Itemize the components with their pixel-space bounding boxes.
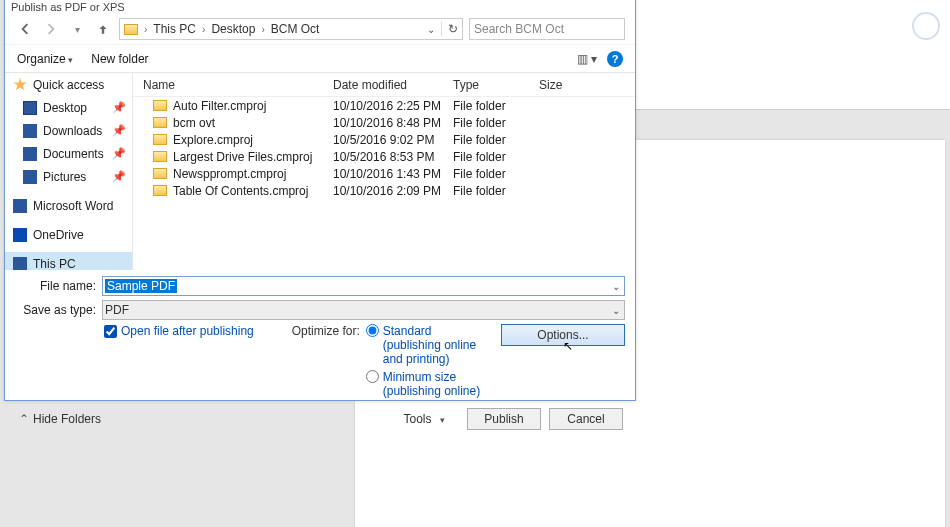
col-name[interactable]: Name (133, 78, 333, 92)
organize-menu[interactable]: Organize (17, 52, 73, 66)
list-header[interactable]: Name Date modified Type Size (133, 73, 635, 97)
collapse-icon[interactable]: ⌃ (19, 412, 29, 426)
crumb-desktop[interactable]: Desktop (211, 22, 255, 36)
back-button[interactable] (15, 19, 35, 39)
doc-icon (23, 147, 37, 161)
list-item[interactable]: bcm ovt10/10/2016 8:48 PMFile folder (133, 114, 635, 131)
tree-item-microsoft-word[interactable]: Microsoft Word (5, 194, 132, 217)
file-name-value: Sample PDF (105, 279, 177, 293)
breadcrumb[interactable]: › This PC › Desktop › BCM Oct ⌄ ↻ (119, 18, 463, 40)
recent-dropdown-icon[interactable]: ▾ (67, 19, 87, 39)
decorative-circle (912, 12, 940, 40)
optimize-minimum[interactable]: Minimum size (publishing online) (366, 370, 493, 398)
pin-icon: 📌 (112, 147, 126, 160)
tree-item-desktop[interactable]: Desktop📌 (5, 96, 132, 119)
folder-icon (153, 100, 167, 111)
pic-icon (23, 170, 37, 184)
up-button[interactable] (93, 19, 113, 39)
tree-item-documents[interactable]: Documents📌 (5, 142, 132, 165)
crumb-thispc[interactable]: This PC (153, 22, 196, 36)
save-dialog: Publish as PDF or XPS ▾ › This PC › Desk… (4, 0, 636, 401)
list-item[interactable]: Auto Filter.cmproj10/10/2016 2:25 PMFile… (133, 97, 635, 114)
list-item[interactable]: Explore.cmproj10/5/2016 9:02 PMFile fold… (133, 131, 635, 148)
pin-icon: 📌 (112, 101, 126, 114)
od-icon (13, 228, 27, 242)
options-button[interactable]: Options... ↖ (501, 324, 625, 346)
tree-item-pictures[interactable]: Pictures📌 (5, 165, 132, 188)
save-type-label: Save as type: (15, 303, 102, 317)
tree-item-quick-access[interactable]: Quick access (5, 73, 132, 96)
list-item[interactable]: Newspprompt.cmproj10/10/2016 1:43 PMFile… (133, 165, 635, 182)
forward-button[interactable] (41, 19, 61, 39)
tree-item-downloads[interactable]: Downloads📌 (5, 119, 132, 142)
optimize-label: Optimize for: (292, 324, 360, 338)
radio-minimum[interactable] (366, 370, 379, 383)
crumb-current[interactable]: BCM Oct (271, 22, 320, 36)
list-item[interactable]: Largest Drive Files.cmproj10/5/2016 8:53… (133, 148, 635, 165)
pin-icon: 📌 (112, 124, 126, 137)
cancel-button[interactable]: Cancel (549, 408, 623, 430)
dialog-title: Publish as PDF or XPS (11, 1, 125, 13)
dialog-toolbar: Organize New folder ▥ ▾ ? (5, 44, 635, 72)
breadcrumb-dropdown-icon[interactable]: ⌄ (427, 24, 435, 35)
col-size[interactable]: Size (539, 78, 635, 92)
refresh-icon[interactable]: ↻ (448, 22, 458, 36)
nav-tree[interactable]: Quick accessDesktop📌Downloads📌Documents📌… (5, 73, 133, 270)
folder-icon (153, 168, 167, 179)
pin-icon: 📌 (112, 170, 126, 183)
down-icon (23, 124, 37, 138)
folder-icon (153, 134, 167, 145)
col-type[interactable]: Type (453, 78, 539, 92)
open-after-label: Open file after publishing (121, 324, 254, 338)
dialog-titlebar[interactable]: Publish as PDF or XPS (5, 0, 635, 14)
file-list[interactable]: Name Date modified Type Size Auto Filter… (133, 73, 635, 270)
new-folder-button[interactable]: New folder (91, 52, 148, 66)
open-after-checkbox[interactable]: Open file after publishing (104, 324, 254, 338)
save-type-value: PDF (105, 303, 129, 317)
dropdown-icon[interactable]: ⌄ (612, 281, 620, 292)
optimize-standard-label: Standard (publishing online and printing… (383, 324, 493, 366)
help-icon[interactable]: ? (607, 51, 623, 67)
tree-item-onedrive[interactable]: OneDrive (5, 223, 132, 246)
hide-folders-button[interactable]: Hide Folders (33, 412, 101, 426)
folder-icon (153, 151, 167, 162)
col-date[interactable]: Date modified (333, 78, 453, 92)
optimize-minimum-label: Minimum size (publishing online) (383, 370, 493, 398)
pc-icon (13, 257, 27, 271)
view-options-icon[interactable]: ▥ ▾ (577, 52, 597, 66)
dialog-nav: ▾ › This PC › Desktop › BCM Oct ⌄ ↻ Sear… (5, 14, 635, 44)
tools-menu[interactable]: Tools (403, 412, 445, 426)
open-after-input[interactable] (104, 325, 117, 338)
folder-icon (153, 185, 167, 196)
file-name-input[interactable]: Sample PDF ⌄ (102, 276, 625, 296)
dropdown-icon[interactable]: ⌄ (612, 305, 620, 316)
save-type-select[interactable]: PDF ⌄ (102, 300, 625, 320)
search-input[interactable]: Search BCM Oct (469, 18, 625, 40)
chevron-icon: › (144, 24, 147, 35)
radio-standard[interactable] (366, 324, 379, 337)
desktop-icon (23, 101, 37, 115)
folder-icon (124, 24, 138, 35)
star-icon (13, 78, 27, 92)
search-placeholder: Search BCM Oct (474, 22, 564, 36)
publish-button[interactable]: Publish (467, 408, 541, 430)
word-icon (13, 199, 27, 213)
list-item[interactable]: Table Of Contents.cmproj10/10/2016 2:09 … (133, 182, 635, 199)
optimize-standard[interactable]: Standard (publishing online and printing… (366, 324, 493, 366)
file-name-label: File name: (15, 279, 102, 293)
word-ribbon: bCcing 1 AaBbCcDHeading 2 AaBTitle AaBbC… (636, 0, 950, 110)
chevron-icon: › (261, 24, 264, 35)
chevron-icon: › (202, 24, 205, 35)
dialog-footer: ⌃ Hide Folders Tools Publish Cancel (5, 402, 635, 438)
form-area: File name: Sample PDF ⌄ Save as type: PD… (5, 270, 635, 402)
tree-item-this-pc[interactable]: This PC (5, 252, 132, 270)
cursor-icon: ↖ (563, 339, 573, 353)
folder-icon (153, 117, 167, 128)
